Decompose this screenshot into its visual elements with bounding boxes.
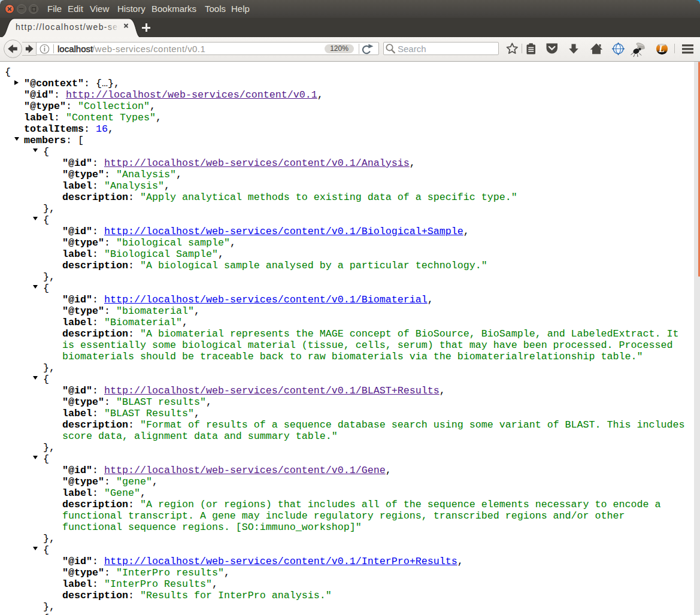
svg-text:L: L <box>658 44 665 54</box>
